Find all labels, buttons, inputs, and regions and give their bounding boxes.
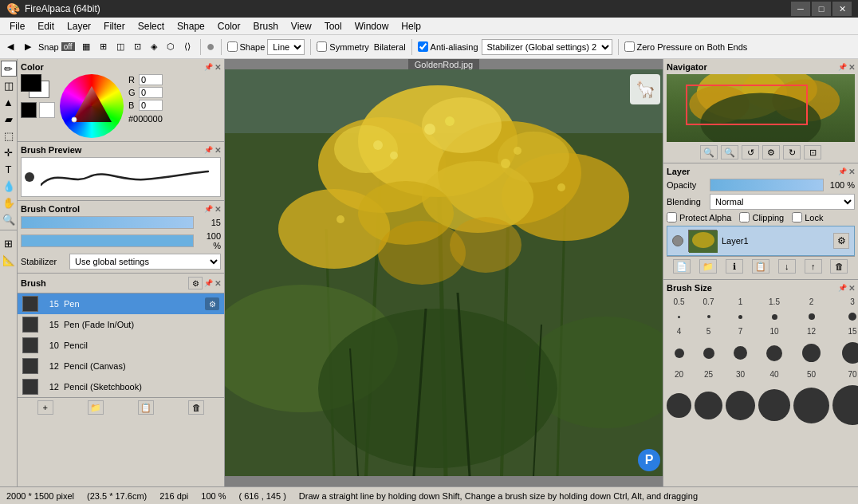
brush-item-pencil-canvas[interactable]: 12 Pencil (Canvas) [18,356,224,376]
minimize-button[interactable]: ─ [791,2,810,16]
bs-dot-row-3-2[interactable] [695,382,722,428]
menu-file[interactable]: File [3,19,31,33]
bs-dot-15[interactable] [842,342,859,364]
bs-dot-70[interactable] [832,385,858,425]
tool-pen[interactable]: ✏ [1,61,17,77]
undo-button[interactable]: ◀ [3,39,18,54]
brush-item-pen-fade[interactable]: 15 Pen (Fade In/Out) [18,314,224,335]
g-input[interactable] [139,87,163,98]
hex-value[interactable]: #000000 [128,114,163,124]
layer-delete-button[interactable]: 🗑 [830,259,848,274]
tool-selection[interactable]: ⬚ [1,128,17,144]
layer-settings-button[interactable]: ⚙ [833,233,849,249]
menu-shape[interactable]: Shape [171,19,211,33]
bs-dot-row-1-5[interactable] [793,309,829,324]
r-input[interactable] [139,74,163,85]
opacity-slider[interactable] [21,234,194,247]
bs-dot-row-1-1[interactable] [667,309,691,324]
nav-settings-button[interactable]: ⚙ [762,145,780,159]
layer-pin-icon[interactable]: 📌 [838,167,847,176]
brush-folder-button[interactable]: 📁 [88,400,104,415]
navigator-close-icon[interactable]: ✕ [848,63,855,72]
layer-down-button[interactable]: ↓ [778,259,796,274]
brush-copy-button[interactable]: 📋 [138,400,154,415]
close-button[interactable]: ✕ [832,2,852,16]
layer-close-icon[interactable]: ✕ [848,167,855,176]
black-swatch[interactable] [21,102,37,118]
menu-filter[interactable]: Filter [97,19,132,33]
bs-dot-row-1-2[interactable] [695,309,722,324]
brush-list-close-icon[interactable]: ✕ [214,279,221,288]
tool-zoom[interactable]: 🔍 [1,211,17,227]
snap-tool-7[interactable]: ⟨⟩ [180,39,195,54]
bs-dot-1-5[interactable] [772,314,777,320]
brush-preview-close-icon[interactable]: ✕ [214,146,221,155]
brush-list-pin-icon[interactable]: 📌 [204,279,213,287]
bs-dot-10[interactable] [766,345,782,361]
navigator-viewport-rect[interactable] [686,85,808,125]
brush-item-pencil-sketchbook[interactable]: 12 Pencil (Sketchbook) [18,376,224,397]
snap-tool-3[interactable]: ◫ [112,39,128,54]
bs-dot-row-1-6[interactable] [832,309,858,324]
nav-zoom-out-button[interactable]: 🔍 [700,145,718,159]
tool-fill[interactable]: ▲ [1,94,17,110]
layer-copy-button[interactable]: 📋 [752,259,769,274]
tool-color-pick[interactable]: 💧 [1,178,17,194]
snap-tool-4[interactable]: ⊡ [130,39,145,54]
bs-dot-row-2-2[interactable] [695,339,722,367]
antialias-checkbox[interactable] [418,41,428,52]
bs-dot-25[interactable] [695,392,722,419]
brush-preview-pin-icon[interactable]: 📌 [204,146,213,155]
menu-layer[interactable]: Layer [61,19,97,33]
bs-dot-5[interactable] [703,348,714,359]
brush-active-settings[interactable]: ⚙ [205,297,219,310]
bs-dot-row-3-3[interactable] [726,382,755,428]
color-close-icon[interactable]: ✕ [214,63,221,72]
bs-dot-0-5[interactable] [678,316,680,318]
bs-dot-0-7[interactable] [707,315,710,318]
brush-size-close-icon[interactable]: ✕ [848,284,855,293]
white-swatch[interactable] [39,102,55,118]
layer-new-button[interactable]: 📄 [673,259,691,274]
bs-dot-20[interactable] [667,393,691,418]
brush-item-pen[interactable]: 15 Pen ⚙ [18,293,224,314]
foreground-color-swatch[interactable] [21,74,41,92]
menu-help[interactable]: Help [395,19,427,33]
navigator-thumbnail[interactable] [667,74,855,142]
navigator-pin-icon[interactable]: 📌 [838,63,847,72]
bs-dot-row-3-5[interactable] [793,382,829,428]
lock-checkbox[interactable] [792,212,802,222]
b-input[interactable] [139,100,163,111]
bs-dot-7[interactable] [734,346,747,360]
zero-pressure-checkbox[interactable] [624,41,635,52]
brush-control-close-icon[interactable]: ✕ [214,205,221,214]
layer-item[interactable]: Layer1 ⚙ [667,226,855,256]
brush-item-pencil[interactable]: 10 Pencil [18,335,224,356]
blending-select[interactable]: Normal Multiply Screen Overlay [710,194,855,210]
bs-dot-3[interactable] [848,313,856,321]
brush-new-button[interactable]: + [37,400,53,415]
bs-dot-50[interactable] [793,388,829,423]
menu-window[interactable]: Window [348,19,396,33]
menu-brush[interactable]: Brush [246,19,284,33]
layer-folder-button[interactable]: 📁 [699,259,717,274]
maximize-button[interactable]: □ [812,2,831,16]
canvas-area[interactable]: GoldenRod.jpg [225,59,663,486]
menu-view[interactable]: View [285,19,318,33]
size-slider[interactable] [21,216,194,229]
stabilizer-dropdown[interactable]: Use global settings [69,254,221,270]
color-wheel[interactable] [60,74,124,138]
nav-reset-button[interactable]: ⊡ [804,145,821,159]
titlebar-controls[interactable]: ─ □ ✕ [791,2,852,16]
bs-dot-row-2-5[interactable] [793,339,829,367]
bs-dot-row-2-1[interactable] [667,339,691,367]
bs-dot-2[interactable] [809,313,815,320]
snap-tool-5[interactable]: ◈ [147,39,161,54]
snap-tool-2[interactable]: ⊞ [96,39,111,54]
menu-edit[interactable]: Edit [31,19,61,33]
bs-dot-1[interactable] [738,315,742,319]
bs-dot-row-1-4[interactable] [758,309,790,324]
color-pin-icon[interactable]: 📌 [204,63,213,72]
nav-rotate-ccw-button[interactable]: ↺ [742,145,759,159]
bs-dot-4[interactable] [675,348,684,358]
